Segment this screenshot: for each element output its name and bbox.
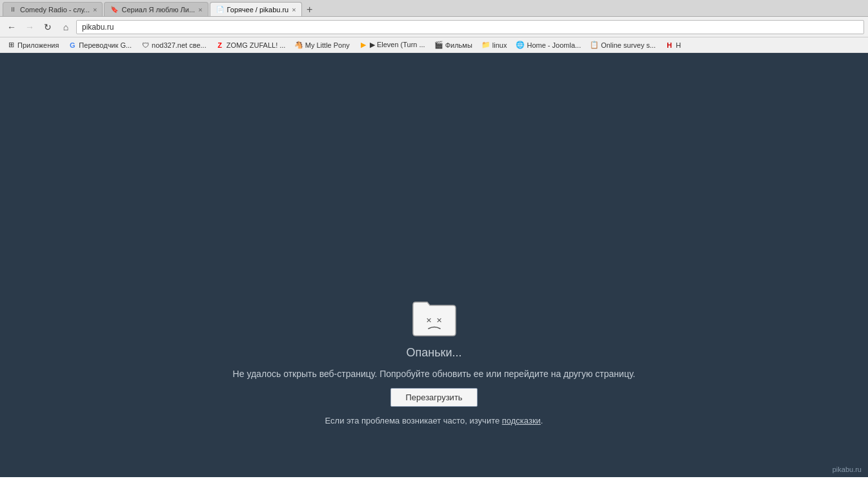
- back-button[interactable]: ←: [4, 19, 19, 35]
- home-button[interactable]: ⌂: [58, 19, 74, 35]
- error-title: Опаньки...: [406, 346, 461, 360]
- reload-page-button[interactable]: Перезагрузить: [390, 388, 477, 407]
- bookmark-mylittlepony[interactable]: 🐴 My Little Pony: [290, 39, 354, 51]
- bookmark-zomg[interactable]: Z ZOMG ZUFALL! ...: [212, 39, 289, 51]
- tab-bar: ⏸ Comedy Radio - слу... × 🔖 Сериал Я люб…: [0, 0, 868, 17]
- tab3-close[interactable]: ×: [292, 6, 296, 14]
- tab-comedy-radio[interactable]: ⏸ Comedy Radio - слу... ×: [3, 2, 103, 16]
- tab-pikabu[interactable]: 📄 Горячее / pikabu.ru ×: [210, 2, 302, 16]
- bookmarks-bar: ⊞ Приложения G Переводчик G... 🛡 nod327.…: [0, 37, 868, 53]
- joomla-icon: 🌐: [516, 41, 525, 50]
- mylittlepony-icon: 🐴: [294, 41, 303, 50]
- apps-icon: ⊞: [6, 41, 15, 50]
- tab1-close[interactable]: ×: [93, 6, 97, 14]
- tab2-label: Сериал Я люблю Ли...: [121, 6, 195, 14]
- svg-text:✕: ✕: [426, 316, 432, 324]
- bookmark-survey[interactable]: 📋 Online survey s...: [586, 39, 660, 51]
- tab3-label: Горячее / pikabu.ru: [227, 6, 289, 14]
- zomg-icon: Z: [216, 41, 225, 50]
- hint-suffix: .: [541, 416, 543, 425]
- tab2-close[interactable]: ×: [198, 6, 202, 14]
- survey-icon: 📋: [590, 41, 599, 50]
- bookmark-eleven[interactable]: ▶ ▶ Eleven (Turn ...: [355, 39, 429, 51]
- hint-prefix: Если эта проблема возникает часто, изучи…: [325, 416, 502, 425]
- new-tab-button[interactable]: +: [303, 3, 316, 16]
- eleven-icon: ▶: [359, 41, 368, 50]
- watermark: pikabu.ru: [833, 466, 862, 473]
- bookmark-translator[interactable]: G Переводчик G...: [64, 39, 136, 51]
- sad-folder-icon: ✕ ✕: [412, 298, 457, 337]
- tab1-label: Comedy Radio - слу...: [20, 6, 90, 14]
- nod327-icon: 🛡: [141, 41, 150, 50]
- tab2-favicon: 🔖: [110, 5, 119, 14]
- forward-button[interactable]: →: [22, 19, 37, 35]
- bookmark-apps[interactable]: ⊞ Приложения: [3, 39, 63, 51]
- reload-button[interactable]: ↻: [40, 19, 56, 35]
- address-bar[interactable]: [76, 20, 864, 34]
- filmy-icon: 🎬: [434, 41, 443, 50]
- tab3-favicon: 📄: [216, 5, 225, 14]
- main-content: ✕ ✕ Опаньки... Не удалось открыть веб-ст…: [0, 53, 868, 477]
- bookmark-h[interactable]: H H: [661, 39, 685, 51]
- h-icon: H: [665, 41, 674, 50]
- tab-serial[interactable]: 🔖 Сериал Я люблю Ли... ×: [104, 2, 208, 16]
- linux-icon: 📁: [481, 41, 490, 50]
- error-message: Не удалось открыть веб-страницу. Попробу…: [233, 369, 636, 379]
- svg-text:✕: ✕: [436, 316, 442, 324]
- hint-link[interactable]: подсказки: [502, 416, 541, 425]
- bookmark-filmy[interactable]: 🎬 Фильмы: [430, 39, 476, 51]
- bookmark-joomla[interactable]: 🌐 Home - Joomla...: [512, 39, 585, 51]
- bookmark-nod327[interactable]: 🛡 nod327.net све...: [137, 39, 210, 51]
- bookmark-linux[interactable]: 📁 linux: [478, 39, 511, 51]
- hint-text: Если эта проблема возникает часто, изучи…: [325, 416, 543, 425]
- nav-bar: ← → ↻ ⌂: [0, 17, 868, 37]
- error-container: ✕ ✕ Опаньки... Не удалось открыть веб-ст…: [0, 298, 868, 425]
- translator-icon: G: [68, 41, 77, 50]
- tab1-favicon: ⏸: [8, 5, 17, 14]
